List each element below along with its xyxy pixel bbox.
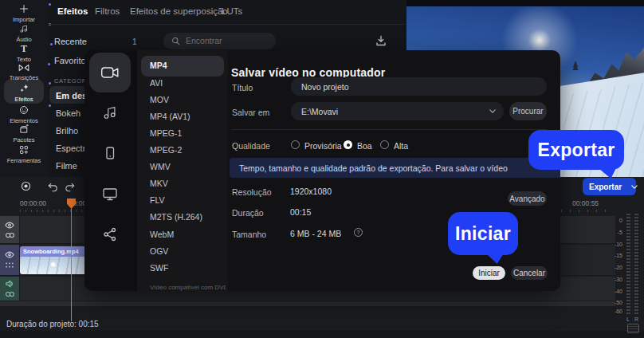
track-header-video[interactable]: [0, 245, 19, 275]
statusbar: [0, 331, 644, 338]
sidebar-item-efeitos[interactable]: Efeitos: [0, 83, 48, 103]
playhead-line[interactable]: [71, 200, 72, 321]
radio-provisoria-label[interactable]: Provisória: [304, 141, 342, 151]
smartphone-icon[interactable]: [102, 145, 118, 161]
meter-label: -60: [607, 309, 622, 314]
title-input-value: Novo projeto: [301, 82, 349, 92]
meter-label: -50: [607, 300, 622, 305]
radio-boa[interactable]: [344, 140, 352, 149]
share-icon[interactable]: [102, 226, 118, 242]
track-header-overlay[interactable]: [0, 216, 19, 243]
resolution-value: 1920x1080: [290, 187, 332, 196]
tab-filtros[interactable]: Filtros: [95, 7, 120, 17]
tab-efeitos[interactable]: Efeitos: [57, 7, 88, 17]
notification-dot: [49, 82, 51, 84]
radio-alta[interactable]: [380, 140, 389, 149]
download-icon[interactable]: [375, 35, 387, 46]
meter-label: -30: [607, 277, 622, 282]
sidebar-item-texto[interactable]: T Texto: [0, 44, 48, 63]
ruler-ticks-right: [561, 210, 609, 212]
advanced-button-label: Avançado: [509, 195, 544, 203]
search-box[interactable]: [163, 33, 276, 49]
undo-icon[interactable]: [47, 183, 58, 192]
sidebar-item-elementos[interactable]: Elementos: [0, 105, 48, 124]
start-callout: Iniciar: [448, 212, 518, 255]
film-frames-icon[interactable]: [5, 261, 14, 269]
sidebar-item-pacotes[interactable]: Pacotes: [0, 124, 48, 143]
ruler-ticks-left: [20, 210, 84, 212]
track-header-audio[interactable]: [0, 277, 19, 301]
format-item[interactable]: M2TS (H.264): [150, 212, 202, 222]
speaker-icon[interactable]: [5, 280, 14, 288]
format-item[interactable]: MPEG-1: [150, 128, 182, 138]
title-input[interactable]: Novo projeto: [291, 77, 547, 96]
notification-dot: [49, 104, 51, 107]
format-item[interactable]: WebM: [150, 230, 174, 239]
meter-settings-icon[interactable]: [627, 324, 639, 333]
music-note-icon[interactable]: [102, 104, 118, 120]
search-icon: [171, 37, 180, 45]
duration-label: Duração: [232, 208, 264, 218]
quality-label: Qualidade: [232, 141, 270, 151]
search-input[interactable]: [184, 33, 270, 48]
redo-icon[interactable]: [65, 183, 76, 192]
meter-label: -15: [607, 253, 622, 258]
browse-button-label: Procurar: [512, 107, 543, 116]
radio-alta-label[interactable]: Alta: [394, 141, 408, 151]
sidebar-item-label: Efeitos: [15, 96, 33, 103]
format-item[interactable]: FLV: [150, 195, 164, 205]
timeline-scrollbar[interactable]: [0, 301, 615, 306]
meter-label: 0: [607, 218, 622, 223]
start-button[interactable]: Iniciar: [473, 266, 505, 280]
format-item[interactable]: MKV: [150, 179, 168, 188]
help-icon[interactable]: ?: [354, 228, 363, 237]
category-brilho[interactable]: Brilho: [56, 126, 78, 136]
eye-icon[interactable]: [5, 222, 14, 229]
tab-luts[interactable]: LUTs: [222, 7, 242, 17]
size-value: 6 MB - 24 MB: [290, 230, 341, 238]
browse-button[interactable]: Procurar: [509, 102, 547, 120]
start-button-label: Iniciar: [478, 269, 500, 277]
format-item[interactable]: MOV: [150, 95, 169, 104]
cancel-button-label: Cancelar: [513, 269, 545, 277]
record-icon[interactable]: [21, 181, 31, 191]
sidebar-item-importar[interactable]: Importar: [0, 4, 48, 23]
duration-value: 00:15: [290, 208, 311, 217]
format-item[interactable]: MP4 (AV1): [150, 112, 190, 121]
export-callout-label: Exportar: [538, 140, 615, 161]
meter-label: -10: [607, 242, 622, 247]
radio-boa-label[interactable]: Boa: [357, 141, 372, 151]
sidebar-item-audio[interactable]: Áudio: [0, 24, 48, 43]
format-item-mp4[interactable]: MP4: [150, 61, 167, 70]
eye-icon[interactable]: [5, 251, 14, 258]
format-item-partial[interactable]: Vídeo compatível com DVD: [150, 284, 226, 291]
save-path-value: E:\Movavi: [301, 107, 338, 116]
advanced-button[interactable]: Avançado: [508, 191, 547, 206]
chevron-down-icon[interactable]: [631, 185, 638, 189]
library-recent[interactable]: Recente: [54, 37, 87, 46]
export-button[interactable]: Exportar: [583, 178, 636, 195]
video-camera-icon[interactable]: [100, 62, 120, 83]
notification-dot: [49, 3, 51, 6]
meter-channel-left: L: [626, 316, 630, 322]
format-item[interactable]: WMV: [150, 162, 171, 171]
link-icon[interactable]: [5, 232, 15, 238]
format-item[interactable]: AVI: [150, 78, 163, 88]
cancel-button[interactable]: Cancelar: [511, 266, 548, 280]
tab-efeitos-superposicao[interactable]: Efeitos de superposição: [130, 7, 228, 17]
size-label: Tamanho: [232, 230, 266, 239]
project-duration: Duração do projeto: 00:15: [6, 320, 99, 328]
category-filme[interactable]: Filme: [56, 161, 77, 171]
category-bokeh[interactable]: Bokeh: [56, 108, 80, 118]
sidebar-item-ferramentas[interactable]: Ferramentas: [0, 145, 48, 164]
radio-provisoria[interactable]: [291, 140, 300, 149]
sidebar-item-transicoes[interactable]: Transições: [0, 64, 48, 81]
link-icon[interactable]: [5, 291, 15, 297]
format-item[interactable]: MPEG-2: [150, 145, 182, 155]
monitor-icon[interactable]: [101, 185, 119, 202]
format-item[interactable]: OGV: [150, 246, 168, 256]
chevron-down-icon[interactable]: [489, 109, 496, 113]
save-path-select[interactable]: E:\Movavi: [291, 102, 504, 120]
format-item[interactable]: SWF: [150, 263, 168, 273]
sparkles-icon: [19, 83, 29, 93]
